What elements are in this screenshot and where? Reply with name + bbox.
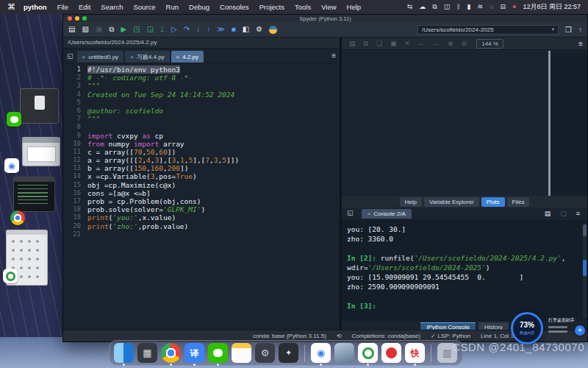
stop-icon[interactable]: ■: [232, 26, 236, 33]
wifi-icon[interactable]: ≋: [478, 4, 484, 10]
menu-item-edit[interactable]: Edit: [74, 3, 96, 11]
dock-finder-icon[interactable]: [114, 343, 134, 363]
console-scrollbar[interactable]: [583, 223, 587, 319]
assistant-add-button[interactable]: +: [575, 325, 585, 336]
step-over-icon[interactable]: ↷: [184, 26, 190, 33]
dock-system-settings-icon[interactable]: ⚙: [255, 343, 275, 363]
maximize-pane-icon[interactable]: ◧: [243, 26, 249, 33]
run-selection-icon[interactable]: ⌶: [160, 26, 165, 33]
menu-item-help[interactable]: Help: [342, 3, 367, 11]
dock-chrome-icon[interactable]: [161, 343, 181, 363]
minimized-window-file[interactable]: [20, 88, 59, 124]
dock-launchpad-icon[interactable]: ▦: [137, 343, 157, 363]
save-all-plots-icon[interactable]: ⧉: [364, 40, 368, 48]
memory-cleaner-widget[interactable]: 73% 释放内存: [511, 312, 543, 344]
plots-options-icon[interactable]: ≡: [578, 40, 583, 48]
minimize-window-icon[interactable]: [75, 16, 79, 21]
run-cell-icon[interactable]: ◳: [133, 26, 140, 33]
close-console-icon[interactable]: ×: [368, 210, 371, 217]
wechat-badge-icon[interactable]: [7, 112, 21, 127]
minimized-window-code[interactable]: [13, 177, 55, 212]
code-editor[interactable]: 1#!/usr/bin/env python32# -*- codiarng: …: [63, 63, 340, 330]
close-tab-icon[interactable]: ×: [176, 54, 180, 60]
browse-console-tabs-icon[interactable]: ◱: [347, 209, 354, 216]
new-file-icon[interactable]: ▤: [68, 26, 75, 33]
console-tab[interactable]: × Console 2/A: [362, 209, 412, 219]
editor-tab-4.2.py[interactable]: ×4.2.py: [171, 51, 204, 63]
conda-env-status[interactable]: conda: base (Python 3.11.5): [253, 333, 326, 339]
open-file-icon[interactable]: ▧: [82, 26, 88, 33]
menu-item-debug[interactable]: Debug: [184, 3, 215, 11]
app-switch-icon[interactable]: ⇆: [407, 4, 413, 10]
browse-tabs-icon[interactable]: ◱: [67, 52, 74, 60]
menu-item-run[interactable]: Run: [161, 3, 184, 11]
save-icon[interactable]: ▣: [96, 26, 102, 33]
interrupt-kernel-icon[interactable]: ▢: [560, 210, 567, 217]
tab-help[interactable]: Help: [400, 197, 422, 207]
battery-icon[interactable]: ▮: [467, 4, 471, 10]
continue-icon[interactable]: ≫: [217, 26, 224, 33]
new-console-icon[interactable]: ▤: [545, 210, 551, 217]
editor-options-icon[interactable]: ≡: [331, 52, 336, 60]
dock-ks-app-icon[interactable]: 快: [405, 343, 425, 363]
previous-plot-icon[interactable]: ←: [418, 40, 425, 47]
dock-translate-icon[interactable]: 译: [184, 343, 204, 363]
save-all-icon[interactable]: ⧉: [109, 26, 114, 33]
debug-file-icon[interactable]: ▷: [171, 26, 177, 33]
zoom-out-icon[interactable]: ⊖: [462, 40, 467, 47]
console-output[interactable]: you: [20. 30.]zho: 3360.0In [2]: runfile…: [342, 221, 587, 321]
close-tab-icon[interactable]: ×: [130, 54, 134, 60]
ring-badge-icon[interactable]: [3, 269, 18, 283]
apple-menu-icon[interactable]: ⌘: [7, 2, 15, 12]
dock-apple-red-app-icon[interactable]: [381, 343, 401, 363]
close-window-icon[interactable]: [68, 16, 72, 21]
tab-files[interactable]: Files: [507, 197, 530, 207]
plots-scrollbar[interactable]: [548, 51, 551, 196]
minimized-window-dialog[interactable]: [22, 137, 60, 166]
step-return-icon[interactable]: ↑: [207, 26, 210, 33]
scrollbar-thumb[interactable]: [583, 224, 587, 236]
run-cell-advance-icon[interactable]: ◲: [147, 26, 154, 33]
menu-item-consoles[interactable]: Consoles: [215, 3, 254, 11]
cloud-icon[interactable]: ☁: [419, 4, 426, 10]
control-center-icon[interactable]: ⊟: [500, 4, 506, 10]
menu-item-python[interactable]: python: [18, 3, 52, 11]
tab-plots[interactable]: Plots: [481, 197, 505, 207]
menu-bar-clock[interactable]: 12月8日 周日 22:57: [523, 2, 581, 12]
scrollbar-thumb-blue[interactable]: [583, 260, 587, 276]
menu-item-view[interactable]: View: [316, 3, 341, 11]
working-directory-select[interactable]: /Users/scofieldo/2024-2025 ▾: [417, 25, 559, 35]
menu-item-tools[interactable]: Tools: [290, 3, 316, 11]
drive-badge-icon[interactable]: [4, 158, 19, 173]
next-plot-icon[interactable]: →: [433, 40, 440, 47]
spotlight-icon[interactable]: ◌: [490, 4, 493, 10]
display-icon[interactable]: ⧉: [432, 4, 437, 10]
bluetooth-icon[interactable]: ᛒ: [456, 4, 460, 10]
dock-keychain-icon[interactable]: ✦: [279, 343, 298, 363]
console-options-icon[interactable]: ≡: [576, 210, 580, 217]
editor-tab-习题4.4.py[interactable]: ×习题4.4.py: [125, 51, 169, 63]
run-icon[interactable]: ▶: [121, 26, 127, 33]
python-path-icon[interactable]: [269, 26, 277, 34]
browse-directory-icon[interactable]: ❒: [565, 26, 572, 34]
menu-item-projects[interactable]: Projects: [254, 3, 290, 11]
close-tab-icon[interactable]: ×: [82, 54, 86, 60]
menu-item-source[interactable]: Source: [128, 3, 160, 11]
step-into-icon[interactable]: ↓: [196, 26, 200, 33]
completions-status[interactable]: Completions: conda(base): [352, 333, 420, 339]
zoom-window-icon[interactable]: [82, 16, 87, 21]
save-plot-icon[interactable]: ▤: [349, 40, 356, 47]
menu-item-file[interactable]: File: [52, 3, 74, 11]
remove-plot-icon[interactable]: ▣: [390, 40, 397, 47]
wrench-icon[interactable]: ⚙: [256, 26, 262, 33]
chrome-badge-icon[interactable]: [10, 210, 25, 225]
lsp-status[interactable]: ✓ LSP: Python: [431, 333, 470, 339]
dock-preview-app-icon[interactable]: [334, 343, 354, 363]
editor-tab-untitled0.py[interactable]: ×untitled0.py: [77, 51, 124, 63]
menu-item-search[interactable]: Search: [96, 3, 128, 11]
dock-ring-app-icon[interactable]: [358, 343, 378, 363]
desktop-assistant-widget[interactable]: 打开桌面助手 +: [548, 317, 587, 333]
parent-directory-icon[interactable]: ↑: [578, 26, 582, 34]
dock-drive-app-icon[interactable]: ◉: [311, 343, 331, 363]
dock-notes-icon[interactable]: [232, 343, 251, 363]
